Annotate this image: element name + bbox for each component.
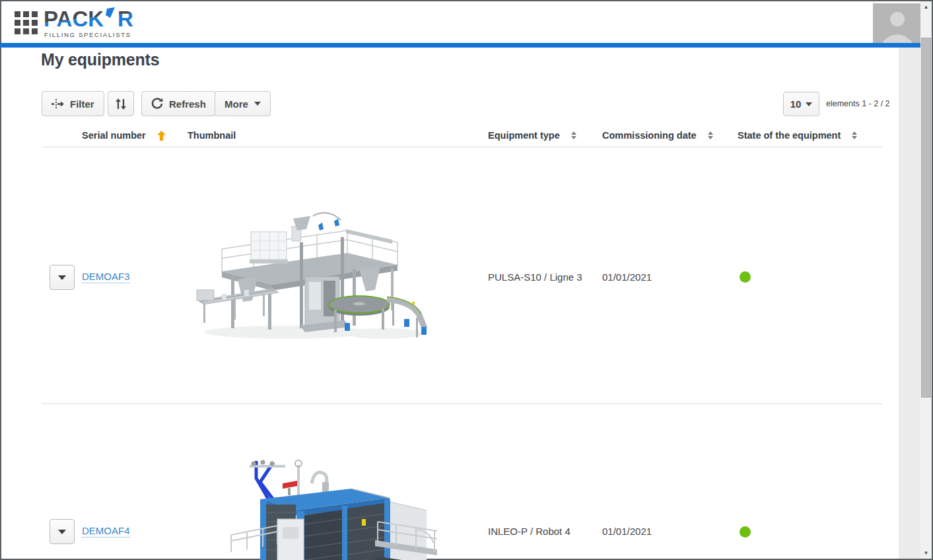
equipment-state-indicator (740, 526, 751, 538)
column-header-state[interactable]: State of the equipment (738, 130, 857, 141)
serial-number-link[interactable]: DEMOAF4 (82, 525, 130, 538)
row-divider (42, 403, 882, 404)
expand-row-button[interactable] (50, 519, 75, 544)
equipment-thumbnail-inleo-robot (219, 456, 437, 560)
sort-both-icon (571, 131, 576, 139)
column-label: Commissioning date (602, 130, 697, 141)
equipment-state-indicator (740, 271, 751, 283)
serial-number-link[interactable]: DEMOAF3 (82, 271, 130, 283)
column-label: Thumbnail (188, 130, 236, 141)
column-header-commissioning-date[interactable]: Commissioning date (602, 130, 713, 141)
page-size-value: 10 (790, 98, 802, 110)
scroll-up-icon[interactable]: ▲ (920, 1, 932, 13)
filter-icon (52, 99, 64, 109)
page-right-gutter (899, 48, 920, 559)
packr-logo[interactable]: PACK R PACK R FILLING SPECIALISTS (44, 7, 143, 42)
app-window: PACK R PACK R FILLING SPECIALISTS (0, 0, 933, 560)
table-header-divider (42, 147, 882, 147)
commissioning-date-cell: 01/01/2021 (602, 526, 652, 537)
chevron-down-icon (254, 102, 261, 106)
column-header-equipment-type[interactable]: Equipment type (488, 130, 576, 141)
sort-button[interactable] (108, 91, 134, 116)
page-title: My equipments (41, 50, 159, 69)
sort-both-icon (708, 131, 713, 139)
column-label: State of the equipment (738, 130, 841, 141)
equipment-type-cell: PULSA-S10 / Ligne 3 (488, 271, 582, 283)
scrollbar-thumb[interactable] (921, 38, 931, 398)
commissioning-date-cell: 01/01/2021 (602, 271, 652, 283)
filter-button-label: Filter (70, 98, 94, 110)
column-label: Serial number (82, 130, 146, 141)
app-grid-icon[interactable] (15, 11, 38, 35)
refresh-icon (151, 98, 163, 110)
person-icon (873, 3, 922, 45)
column-header-serial-number[interactable]: Serial number (82, 130, 166, 141)
column-label: Equipment type (488, 130, 560, 141)
more-button-label: More (225, 98, 248, 110)
equipment-thumbnail-pulsa-line (194, 203, 433, 347)
more-button[interactable]: More (215, 91, 271, 116)
sort-arrows-icon (115, 98, 127, 110)
equipment-type-cell: INLEO-P / Robot 4 (488, 526, 570, 537)
chevron-down-icon (58, 530, 66, 534)
user-avatar[interactable] (873, 3, 922, 45)
chevron-down-icon (58, 275, 66, 280)
page-size-select[interactable]: 10 (783, 92, 819, 116)
header-accent-bar (0, 43, 920, 48)
chevron-down-icon (806, 102, 812, 106)
refresh-button-label: Refresh (169, 98, 206, 110)
vertical-scrollbar[interactable]: ▲ ▼ (920, 1, 932, 559)
header-bar: PACK R PACK R FILLING SPECIALISTS (1, 1, 920, 43)
filter-button[interactable]: Filter (42, 91, 104, 116)
sort-asc-icon (157, 131, 166, 141)
column-header-thumbnail: Thumbnail (188, 130, 236, 141)
svg-text:FILLING SPECIALISTS: FILLING SPECIALISTS (44, 31, 131, 38)
elements-count-summary: elements 1 - 2 / 2 (826, 99, 890, 108)
expand-row-button[interactable] (50, 265, 75, 290)
scroll-down-icon[interactable]: ▼ (920, 547, 932, 559)
refresh-button[interactable]: Refresh (141, 91, 216, 116)
sort-both-icon (852, 131, 857, 139)
